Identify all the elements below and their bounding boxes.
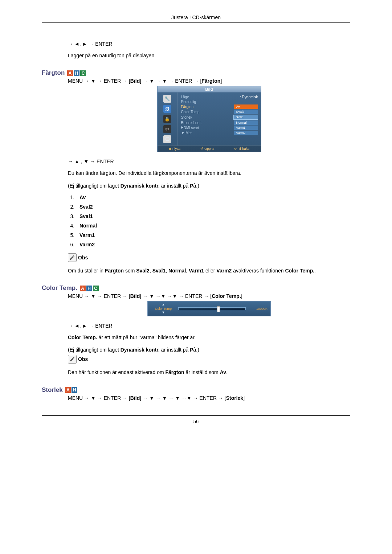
note-pencil-icon	[68, 355, 77, 364]
osd-picture-icon: 🖼	[163, 105, 171, 113]
osd-tool-icon: 🔧	[163, 95, 171, 103]
badge-a-icon: A	[65, 387, 71, 393]
colortemp-p1: Color Temp. är ett mått på hur "varma" b…	[68, 334, 350, 341]
fargton-note-header: Obs	[68, 253, 350, 262]
colortemp-heading: Color Temp.	[42, 284, 77, 291]
list-item: Varm2	[76, 242, 350, 247]
fargton-heading: Färgton	[42, 69, 65, 76]
intro-nav: → ◄, ► → ENTER	[68, 41, 350, 47]
list-item: Sval2	[76, 204, 350, 210]
list-item: Sval1	[76, 213, 350, 219]
osd-display-icon: 🖵	[163, 135, 171, 143]
page-number: 56	[193, 419, 199, 424]
osd-list: Läge: Dynamisk Personlig FärgtonAv Color…	[177, 93, 261, 145]
fargton-badges: A H C	[67, 70, 86, 76]
badge-a-icon: A	[67, 70, 73, 76]
storlek-badges: A H	[65, 387, 77, 393]
badge-c-icon: C	[80, 70, 86, 76]
osd-side-icons: 🔧 🖼 🔒 ⚙ 🖵	[158, 93, 177, 145]
section-storlek: Storlek A H	[42, 386, 350, 394]
colortemp-badges: A H C	[80, 286, 99, 291]
page-header: Justera LCD-skärmen	[42, 15, 350, 23]
storlek-menu-path: MENU → ▼ → ENTER → [Bild] → ▼ → ▼ → ▼ →▼…	[68, 395, 350, 401]
badge-h-icon: H	[86, 286, 92, 291]
header-title: Justera LCD-skärmen	[171, 15, 221, 20]
ct-slider-handle	[217, 306, 220, 312]
note-label: Obs	[78, 356, 88, 362]
osd-title: Bild	[158, 86, 261, 93]
colortemp-note-body: Den här funktionen är endast aktiverad o…	[68, 369, 350, 376]
osd-lock-icon: 🔒	[163, 115, 171, 123]
colortemp-p2: (Ej tillgängligt om läget Dynamisk kontr…	[68, 346, 350, 353]
fargton-p1: Du kan ändra färgton. De individuella fä…	[68, 169, 350, 177]
colortemp-osd-screenshot: ▲ Color Temp ▼ 10000K	[147, 301, 271, 316]
badge-h-icon: H	[74, 70, 79, 76]
fargton-p2: (Ej tillgängligt om läget Dynamisk kontr…	[68, 182, 350, 189]
ct-value: 10000K	[248, 307, 268, 311]
section-fargton: Färgton A H C	[42, 69, 350, 77]
chevron-down-icon: ▼	[151, 311, 176, 315]
fargton-menu-path: MENU → ▼ → ENTER → [Bild] → ▼ → ▼ → ENTE…	[68, 78, 350, 84]
list-item: Av	[76, 194, 350, 200]
osd-footer: ◆Flytta ⏎Öppna ↺Tillbaka	[158, 145, 261, 152]
colortemp-menu-path: MENU → ▼ → ENTER → [Bild] → ▼ →▼ →▼ → EN…	[68, 293, 350, 299]
colortemp-nav2: → ◄, ► → ENTER	[68, 323, 350, 329]
section-colortemp: Color Temp. A H C	[42, 284, 350, 292]
ct-label-block: ▲ Color Temp ▼	[151, 303, 176, 315]
fargton-osd-screenshot: Bild 🔧 🖼 🔒 ⚙ 🖵 Läge: Dynamisk Personlig …	[157, 86, 261, 152]
note-pencil-icon	[68, 253, 77, 262]
note-label: Obs	[78, 255, 88, 260]
badge-h-icon: H	[72, 387, 77, 393]
colortemp-note-header: Obs	[68, 355, 350, 364]
list-item: Varm1	[76, 232, 350, 238]
badge-c-icon: C	[93, 286, 99, 291]
badge-a-icon: A	[80, 286, 86, 291]
fargton-note-body: Om du ställer in Färgton som Sval2, Sval…	[68, 267, 350, 274]
fargton-nav2: → ▲ , ▼ → ENTER	[68, 159, 350, 164]
list-item: Normal	[76, 223, 350, 229]
storlek-heading: Storlek	[42, 386, 63, 393]
osd-gear-icon: ⚙	[163, 125, 171, 133]
ct-slider	[176, 307, 248, 310]
intro-desc: Lägger på en naturlig ton på displayen.	[68, 52, 350, 59]
page-footer: 56	[42, 415, 350, 424]
chevron-up-icon: ▲	[151, 303, 176, 307]
fargton-options-list: Av Sval2 Sval1 Normal Varm1 Varm2	[68, 194, 350, 247]
